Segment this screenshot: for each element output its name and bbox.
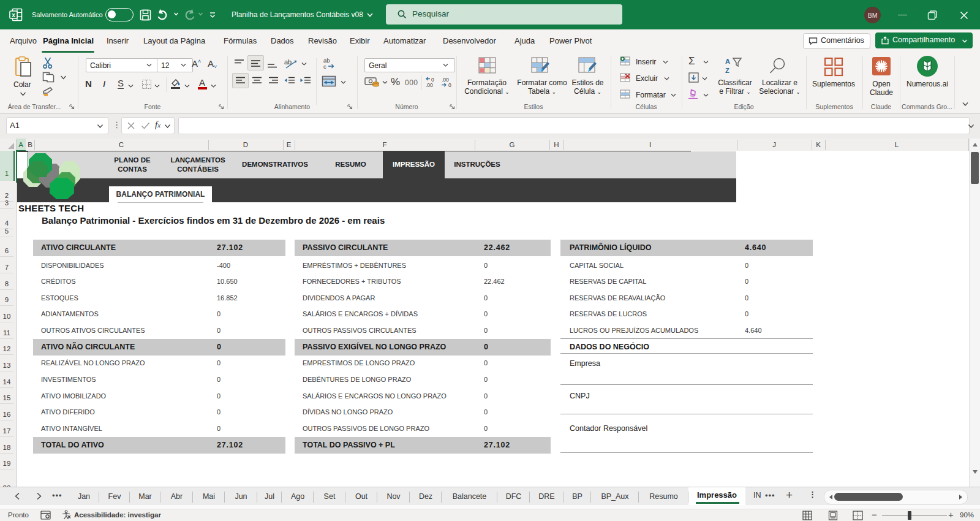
- svg-text:.00: .00: [426, 82, 433, 88]
- svg-text:0: 0: [431, 77, 434, 83]
- svg-text:Z: Z: [725, 67, 729, 74]
- svg-text:A: A: [725, 58, 730, 65]
- svg-text:0: 0: [448, 82, 451, 88]
- svg-text:c: c: [323, 63, 326, 70]
- svg-text:x: x: [12, 12, 15, 18]
- svg-text:.00: .00: [442, 77, 449, 83]
